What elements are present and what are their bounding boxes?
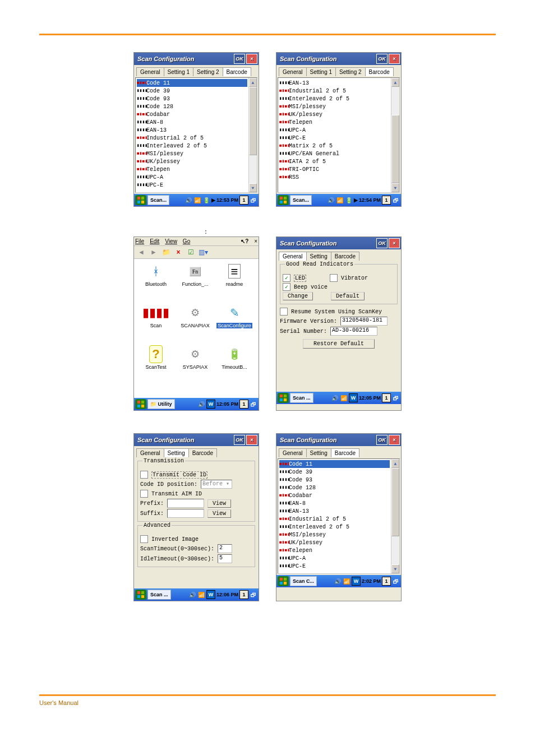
desktop-icon[interactable]: ▮▮▮▮Scan xyxy=(136,303,176,344)
desktop-icon[interactable]: ?ScanTest xyxy=(136,344,176,386)
desktop-icon[interactable]: ⚙SYSAPIAX xyxy=(176,344,215,386)
list-item[interactable]: ■▮■▮Telepen xyxy=(137,165,247,173)
battery-icon[interactable]: 🔋 xyxy=(202,196,210,204)
network-icon[interactable]: 📶 xyxy=(193,196,201,204)
desktop-icon[interactable]: ⚙SCANAPIAX xyxy=(176,303,215,344)
list-item[interactable]: ▮▮▮▮Code 39 xyxy=(137,87,247,95)
close-button[interactable]: × xyxy=(389,238,400,248)
transmit-codeid-checkbox[interactable] xyxy=(140,471,148,479)
list-item[interactable]: ▮▮▮▮Code 39 xyxy=(279,468,390,476)
list-item[interactable]: ▮▮▮▮UPC-A xyxy=(279,126,390,134)
list-item[interactable]: ■▮■▮MSI/plessey xyxy=(279,103,390,110)
volume-icon[interactable]: 🔊 xyxy=(334,577,342,585)
vibrator-checkbox[interactable] xyxy=(330,274,338,282)
list-item[interactable]: ■▮■▮UK/plessey xyxy=(279,110,390,118)
volume-icon[interactable]: 🔊 xyxy=(327,196,335,204)
list-item[interactable]: ▮▮▮▮Code 128 xyxy=(279,484,390,491)
list-item[interactable]: ▮▮▮▮EAN-13 xyxy=(279,79,390,87)
list-item[interactable]: ▮▮▮▮EAN-13 xyxy=(137,126,247,134)
tab-setting1[interactable]: Setting 1 xyxy=(306,67,336,76)
task-button[interactable]: Scan ... xyxy=(147,590,171,600)
menu-edit[interactable]: Edit xyxy=(150,238,159,244)
wifi-icon[interactable]: W xyxy=(206,400,215,409)
wifi-icon[interactable]: W xyxy=(349,393,358,402)
list-item[interactable]: ■▮■▮Industrial 2 of 5 xyxy=(137,134,247,142)
restore-default-button[interactable]: Restore Default xyxy=(303,339,375,349)
tab-setting1[interactable]: Setting 1 xyxy=(164,67,193,76)
wifi-icon[interactable]: W xyxy=(206,590,215,599)
list-item[interactable]: ■▮■▮TRI-OPTIC xyxy=(279,165,390,173)
list-item[interactable]: ▮▮▮▮UPC-A xyxy=(279,554,390,562)
suffix-input[interactable] xyxy=(167,509,204,518)
list-item[interactable]: ■▮■▮Codabar xyxy=(279,491,390,499)
scroll-up-icon[interactable]: ▲ xyxy=(391,459,399,468)
sip-button[interactable]: 1 xyxy=(239,196,248,205)
desktop-icon[interactable]: ᚼBluetooth xyxy=(136,261,176,303)
desktop-icon[interactable]: 🔋TimeoutB... xyxy=(215,344,254,386)
barcode-listbox[interactable]: ▮▮▮▮EAN-13■▮■▮Industrial 2 of 5▮▮▮▮Inter… xyxy=(278,77,400,193)
list-item[interactable]: ▮▮▮▮UPC/EAN General xyxy=(279,150,390,157)
icon-grid[interactable]: ᚼBluetoothFnFunction_...≡readme▮▮▮▮Scan⚙… xyxy=(134,259,259,398)
start-button[interactable] xyxy=(278,393,289,403)
close-button[interactable]: × xyxy=(246,54,257,64)
tab-general[interactable]: General xyxy=(279,448,307,457)
start-button[interactable] xyxy=(278,576,289,586)
vertical-scrollbar[interactable]: ▲ ▼ xyxy=(391,78,399,192)
led-checkbox[interactable]: ✓ xyxy=(283,274,290,282)
desktop-icon[interactable]: FnFunction_... xyxy=(176,261,215,303)
network-icon[interactable]: 📶 xyxy=(336,196,344,204)
task-button[interactable]: Scan... xyxy=(290,195,312,205)
beep-checkbox[interactable]: ✓ xyxy=(283,283,290,291)
list-item[interactable]: ▮▮▮▮UPC-E xyxy=(137,181,247,189)
transmit-aimid-checkbox[interactable] xyxy=(140,490,148,498)
barcode-listbox[interactable]: ■▮■▮Code 11▮▮▮▮Code 39▮▮▮▮Code 93▮▮▮▮Cod… xyxy=(135,77,257,193)
list-item[interactable]: ▮▮▮▮Code 93 xyxy=(279,476,390,484)
tab-barcode[interactable]: Barcode xyxy=(188,448,217,457)
scroll-down-icon[interactable]: ▼ xyxy=(249,183,257,192)
tab-setting2[interactable]: Setting 2 xyxy=(193,67,223,76)
start-button[interactable] xyxy=(135,399,146,409)
prefix-input[interactable] xyxy=(167,499,204,508)
sip-button[interactable]: 1 xyxy=(239,590,248,599)
sip-button[interactable]: 1 xyxy=(239,400,248,409)
volume-icon[interactable]: 🔊 xyxy=(197,400,205,408)
list-item[interactable]: ▮▮▮▮EAN-13 xyxy=(279,507,390,515)
task-button[interactable]: Scan C... xyxy=(290,576,317,586)
close-button[interactable]: × xyxy=(254,238,257,244)
context-help-icon[interactable]: ↖? xyxy=(241,238,248,244)
prefix-view-button[interactable]: View xyxy=(207,499,231,508)
scroll-up-icon[interactable]: ▲ xyxy=(249,78,257,87)
vertical-scrollbar[interactable]: ▲ ▼ xyxy=(391,459,399,573)
inverted-image-checkbox[interactable] xyxy=(140,535,148,543)
tab-barcode[interactable]: Barcode xyxy=(223,67,251,76)
volume-icon[interactable]: 🔊 xyxy=(185,196,192,204)
tab-setting[interactable]: Setting xyxy=(164,448,189,457)
volume-icon[interactable]: 🔊 xyxy=(188,591,196,599)
default-button[interactable]: Default xyxy=(331,292,365,300)
list-item[interactable]: ▮▮▮▮UPC-A xyxy=(137,173,247,181)
expand-icon[interactable]: 🗗 xyxy=(392,394,400,402)
list-item[interactable]: ■▮■▮Code 11 xyxy=(137,79,247,87)
vertical-scrollbar[interactable]: ▲ ▼ xyxy=(248,78,257,192)
volume-icon[interactable]: 🔊 xyxy=(331,394,339,402)
tab-setting[interactable]: Setting xyxy=(306,252,331,261)
forward-icon[interactable]: ► xyxy=(149,247,159,257)
tab-setting2[interactable]: Setting 2 xyxy=(335,67,365,76)
tab-general[interactable]: General xyxy=(279,67,307,76)
tab-barcode[interactable]: Barcode xyxy=(365,67,394,76)
list-item[interactable]: ■▮■▮Industrial 2 of 5 xyxy=(279,515,390,523)
list-item[interactable]: ■▮■▮RSS xyxy=(279,173,390,181)
barcode-listbox[interactable]: ■▮■▮Code 11▮▮▮▮Code 39▮▮▮▮Code 93▮▮▮▮Cod… xyxy=(278,458,400,574)
list-item[interactable]: ▮▮▮▮Interleaved 2 of 5 xyxy=(137,142,247,150)
list-item[interactable]: ■▮■▮Telepen xyxy=(279,546,390,554)
ok-button[interactable]: OK xyxy=(234,435,245,445)
scantimeout-input[interactable]: 2 xyxy=(218,544,232,553)
start-button[interactable] xyxy=(135,590,146,600)
task-button[interactable]: 📁 Utility xyxy=(147,399,175,409)
tab-general[interactable]: General xyxy=(279,252,307,261)
list-item[interactable]: ▮▮▮▮Interleaved 2 of 5 xyxy=(279,95,390,103)
task-button[interactable]: Scan ... xyxy=(290,393,313,403)
tab-general[interactable]: General xyxy=(136,67,164,76)
suffix-view-button[interactable]: View xyxy=(207,509,231,518)
expand-icon[interactable]: 🗗 xyxy=(250,591,257,599)
